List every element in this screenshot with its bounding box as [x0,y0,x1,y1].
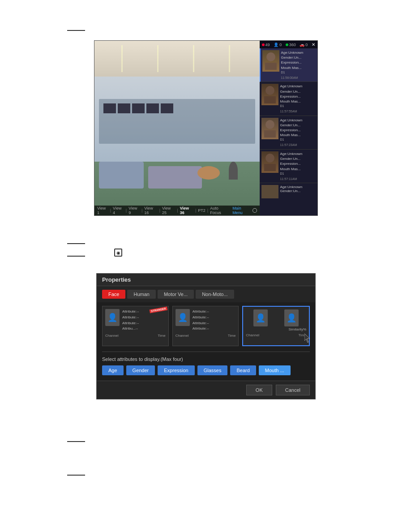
camera-feed [94,41,260,215]
face-card-3[interactable]: Age:Unknown Gender:Un... Expression... M… [260,116,317,150]
attr-btn-beard[interactable]: Beard [230,365,256,375]
office-ceiling [94,41,260,77]
prop-card-half-1: 👤 [246,309,275,326]
sofa-right [148,166,202,189]
dialog-title-bar: Properties [97,274,315,286]
ok-button[interactable]: OK [246,385,272,395]
view4-link[interactable]: View 4 [113,206,124,215]
camera-icon-small[interactable]: ◉ [114,249,122,257]
view25-link[interactable]: View 25 [162,206,175,215]
prop-card-half-2: 👤 [277,309,306,326]
light-2 [157,45,158,72]
tab-motor-ve[interactable]: Motor Ve... [158,290,194,299]
sofa-left [99,162,144,189]
prop-avatar-2: 👤 [176,309,190,326]
attr-btn-gender[interactable]: Gender [126,365,155,375]
person-icon: 👤 [274,43,278,47]
camera-icon: ◉ [114,249,122,257]
counter-2: 👤 0 [274,43,282,47]
face-thumb-4 [261,151,278,173]
prop-card-3: 👤 👤 Similarity% Channel Time [242,306,310,346]
face-info-4: Age:Unknown Gender:Un... Expression... M… [280,151,316,181]
attr-btn-mouth[interactable]: Mouth ... [259,365,291,375]
face-card-1[interactable]: Age:Unknown Gender:Un... Expression... M… [260,48,317,82]
prop-avatar-1: 👤 [105,309,120,326]
prop-attrs-1: Attribute:-- Attribute:-- Attribute:-- A… [122,309,139,332]
camera-section: View 1 | View 4 | View 9 | View 16 | Vie… [94,40,318,216]
face-card-2[interactable]: Age:Unknown Gender:Un... Expression... M… [260,82,317,116]
count3: 360 [289,43,296,47]
prop-attrs-2: Attribute:-- Attribute:-- Attribute:-- A… [193,309,209,332]
light-1 [121,45,123,72]
properties-dialog: Properties Face Human Motor Ve... Non-Mo… [96,273,316,399]
face-partial-info-5: Age:Unknown Gender:Un... [280,185,303,198]
view9-link[interactable]: View 9 [128,206,140,215]
view36-link[interactable]: View 36 [180,206,193,215]
prop-card-1: 👤 Attribute:-- Attribute:-- Attribute:--… [102,306,169,346]
divider-line-3 [67,256,85,257]
side-panel-header: 49 👤 0 360 🚗 0 ✕ [260,41,317,48]
count4: 0 [305,43,308,47]
counter-4: 🚗 0 [300,43,308,47]
cancel-button[interactable]: Cancel [276,385,310,395]
tab-non-moto[interactable]: Non-Moto... [196,290,234,299]
green-dot [286,43,288,46]
divider-line-1 [67,30,85,31]
camera-container: View 1 | View 4 | View 9 | View 16 | Vie… [94,40,318,216]
attr-buttons-row: Age Gender Expression Glasses Beard Mout… [97,364,315,381]
counter-1: 49 [262,43,270,47]
divider-line-2 [67,243,85,244]
attr-btn-age[interactable]: Age [102,365,124,375]
cursor [304,334,311,344]
monitors-row [103,103,184,126]
view1-link[interactable]: View 1 [97,206,108,215]
prop-cards-row: 👤 Attribute:-- Attribute:-- Attribute:--… [97,302,315,350]
face-info-2: Age:Unknown Gender:Un... Expression... M… [280,84,316,113]
divider-line-4 [67,441,85,442]
prop-half-avatar-1: 👤 [253,309,268,326]
face-thumb-5 [261,185,278,198]
search-icon[interactable] [253,208,257,213]
face-card-5-partial[interactable]: Age:Unknown Gender:Un... [260,183,317,200]
select-attrs-label: Select attributes to display.(Max four) [97,354,315,364]
face-thumb-1 [262,50,279,72]
count2: 0 [279,43,282,47]
light-3 [193,45,194,72]
prop-half-avatar-2: 👤 [284,309,299,326]
car-icon: 🚗 [300,43,304,47]
dialog-title: Properties [102,276,131,283]
prop-card-3-footer: Channel Time [246,333,306,337]
camera-footer-nav: View 1 | View 4 | View 9 | View 16 | Vie… [94,206,260,215]
red-dot-1 [262,43,265,46]
main-menu-link[interactable]: Main Menu [232,206,251,215]
attr-btn-glasses[interactable]: Glasses [197,365,228,375]
face-thumb-2 [261,84,278,105]
prop-card-1-footer: Channel Time [105,334,166,338]
autofocus-link[interactable]: Auto Focus [210,206,229,215]
camera-main-view: View 1 | View 4 | View 9 | View 16 | Vie… [94,41,260,215]
light-4 [229,45,230,72]
properties-dialog-section: Properties Face Human Motor Ve... Non-Mo… [96,273,316,399]
prop-card-2-footer: Channel Time [176,334,236,338]
svg-marker-0 [304,334,310,343]
dialog-tabs: Face Human Motor Ve... Non-Moto... [97,286,315,302]
dialog-footer: OK Cancel [97,381,315,399]
face-info-3: Age:Unknown Gender:Un... Expression... M… [280,118,316,147]
attr-btn-expression[interactable]: Expression [158,365,194,375]
pt2-link[interactable]: PT2 [198,208,206,213]
counter-3: 360 [286,43,296,47]
tab-human[interactable]: Human [127,290,155,299]
similarity-label: Similarity% [246,327,306,331]
divider-line-5 [67,475,85,476]
face-thumb-3 [261,118,278,139]
count1: 49 [265,43,270,47]
table-circle [197,166,220,180]
dialog-separator [102,352,310,352]
camera-side-panel: 49 👤 0 360 🚗 0 ✕ [260,41,317,215]
person-silhouette [229,162,238,180]
tab-face[interactable]: Face [102,290,125,299]
close-icon[interactable]: ✕ [312,42,315,47]
view16-link[interactable]: View 16 [144,206,157,215]
face-card-4[interactable]: Age:Unknown Gender:Un... Expression... M… [260,150,317,183]
face-info-1: Age:Unknown Gender:Un... Expression... M… [281,50,316,80]
